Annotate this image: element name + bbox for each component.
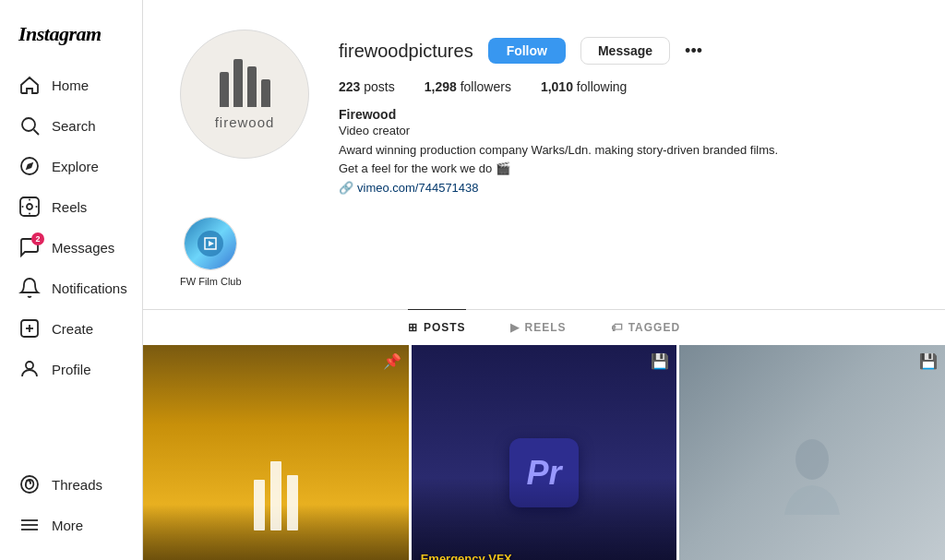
more-options-button[interactable]: ••• <box>685 42 702 61</box>
profile-header-row: firewoodpictures Follow Message ••• <box>339 37 908 65</box>
home-icon <box>18 74 41 96</box>
avatar-bars <box>220 59 270 107</box>
highlight-avatar <box>184 217 237 270</box>
highlight-label: FW Film Club <box>180 276 242 287</box>
profile-stats: 223 posts 1,298 followers 1,010 followin… <box>339 79 908 94</box>
sidebar-item-notifications-label: Notifications <box>52 280 127 296</box>
message-badge: 2 <box>31 232 44 245</box>
sidebar-item-search[interactable]: Search <box>7 105 135 146</box>
posts-stat[interactable]: 223 posts <box>339 79 395 94</box>
profile-section: firewood firewoodpictures Follow Message… <box>143 0 945 217</box>
profile-role: Video creator <box>339 124 908 137</box>
sidebar-item-more-label: More <box>52 518 83 533</box>
svg-point-13 <box>26 362 33 369</box>
sidebar-item-profile-label: Profile <box>52 362 91 377</box>
avatar: firewood <box>180 30 309 159</box>
grid-item-2[interactable]: Pr Emergency VFXin Premiere Pro 💾 <box>412 345 677 560</box>
tagged-tab-label: TAGGED <box>628 321 680 334</box>
profile-info: firewoodpictures Follow Message ••• 223 … <box>339 30 908 195</box>
sidebar-item-search-label: Search <box>52 118 96 134</box>
sidebar-item-explore[interactable]: Explore <box>7 146 135 186</box>
sidebar-item-reels-label: Reels <box>52 199 87 215</box>
save-icon-2: 💾 <box>919 352 938 370</box>
create-icon <box>18 317 41 340</box>
profile-avatar-wrap: firewood <box>180 30 309 195</box>
follow-button[interactable]: Follow <box>488 38 566 64</box>
highlight-avatar-inner <box>185 218 236 269</box>
svg-point-8 <box>22 206 24 208</box>
sidebar-item-threads-label: Threads <box>52 477 102 493</box>
svg-point-0 <box>22 118 35 131</box>
svg-point-7 <box>29 213 30 215</box>
sidebar-item-notifications[interactable]: Notifications <box>7 268 135 308</box>
posts-tab-label: POSTS <box>424 321 466 334</box>
svg-point-5 <box>27 204 32 209</box>
sidebar-item-messages-label: Messages <box>52 240 114 256</box>
main-content: firewood firewoodpictures Follow Message… <box>143 0 945 560</box>
svg-point-9 <box>36 206 38 208</box>
avatar-bar-2 <box>233 59 243 107</box>
message-button[interactable]: Message <box>580 37 670 65</box>
posts-label: posts <box>364 79 394 94</box>
app-logo: Instagram <box>7 15 135 65</box>
sidebar-item-create[interactable]: Create <box>7 308 135 349</box>
sidebar-item-reels[interactable]: Reels <box>7 186 135 227</box>
reels-icon <box>18 196 41 218</box>
notifications-icon <box>18 277 41 299</box>
more-icon <box>18 514 41 536</box>
reels-tab-icon: ▶ <box>510 321 520 334</box>
grid-item-3[interactable]: 💾 <box>679 345 945 560</box>
pin-icon: 📌 <box>383 352 401 370</box>
followers-label: followers <box>461 79 511 94</box>
bars-decoration <box>254 461 298 530</box>
sidebar: Instagram Home Search Explore <box>0 0 143 560</box>
grid-item-1[interactable]: 📌 <box>143 345 409 560</box>
sidebar-item-threads[interactable]: Threads <box>7 464 135 505</box>
profile-link-text: vimeo.com/744571438 <box>357 181 479 195</box>
tab-reels[interactable]: ▶ REELS <box>510 309 567 345</box>
svg-marker-3 <box>26 162 33 170</box>
sidebar-item-home-label: Home <box>52 77 89 93</box>
avatar-bar-3 <box>247 66 257 107</box>
post-3-bg <box>679 345 945 560</box>
profile-link[interactable]: 🔗 vimeo.com/744571438 <box>339 181 908 195</box>
followers-count: 1,298 <box>425 79 457 94</box>
tabs-section: ⊞ POSTS ▶ REELS 🏷 TAGGED <box>143 309 945 345</box>
avatar-bar-4 <box>261 79 270 107</box>
link-icon: 🔗 <box>339 181 353 195</box>
save-icon: 💾 <box>651 352 669 370</box>
vfx-caption: Emergency VFXin Premiere Pro <box>421 552 512 560</box>
sidebar-item-more[interactable]: More <box>7 505 135 545</box>
tab-tagged[interactable]: 🏷 TAGGED <box>611 309 680 345</box>
sidebar-item-messages[interactable]: Messages 2 <box>7 227 135 268</box>
search-icon <box>18 114 41 137</box>
svg-point-19 <box>795 439 829 480</box>
tab-posts[interactable]: ⊞ POSTS <box>408 309 466 345</box>
svg-line-1 <box>34 130 40 136</box>
following-stat[interactable]: 1,010 following <box>541 79 627 94</box>
highlight-fw-film-club[interactable]: FW Film Club <box>180 217 242 287</box>
threads-icon <box>18 473 41 495</box>
profile-username: firewoodpictures <box>339 41 473 62</box>
posts-count: 223 <box>339 79 360 94</box>
svg-point-14 <box>21 476 38 493</box>
profile-bio: Award winning production company Warks/L… <box>339 141 782 177</box>
reels-tab-label: REELS <box>525 321 567 334</box>
svg-point-6 <box>29 199 30 201</box>
premiere-decoration: Pr Emergency VFXin Premiere Pro <box>412 345 677 560</box>
sidebar-item-explore-label: Explore <box>52 159 99 174</box>
profile-name: Firewood <box>339 107 908 122</box>
sidebar-item-home[interactable]: Home <box>7 65 135 105</box>
sidebar-item-create-label: Create <box>52 321 93 337</box>
followers-stat[interactable]: 1,298 followers <box>425 79 511 94</box>
film-icon <box>196 229 225 258</box>
tagged-tab-icon: 🏷 <box>611 321 623 334</box>
explore-icon <box>18 155 41 177</box>
post-grid: 📌 Pr Emergency VFXin Premiere Pro 💾 💾 <box>143 345 945 560</box>
stories-section: FW Film Club <box>143 217 945 309</box>
sidebar-item-profile[interactable]: Profile <box>7 349 135 389</box>
following-label: following <box>577 79 627 94</box>
avatar-text: firewood <box>215 114 275 130</box>
following-count: 1,010 <box>541 79 573 94</box>
person-silhouette <box>775 432 849 524</box>
